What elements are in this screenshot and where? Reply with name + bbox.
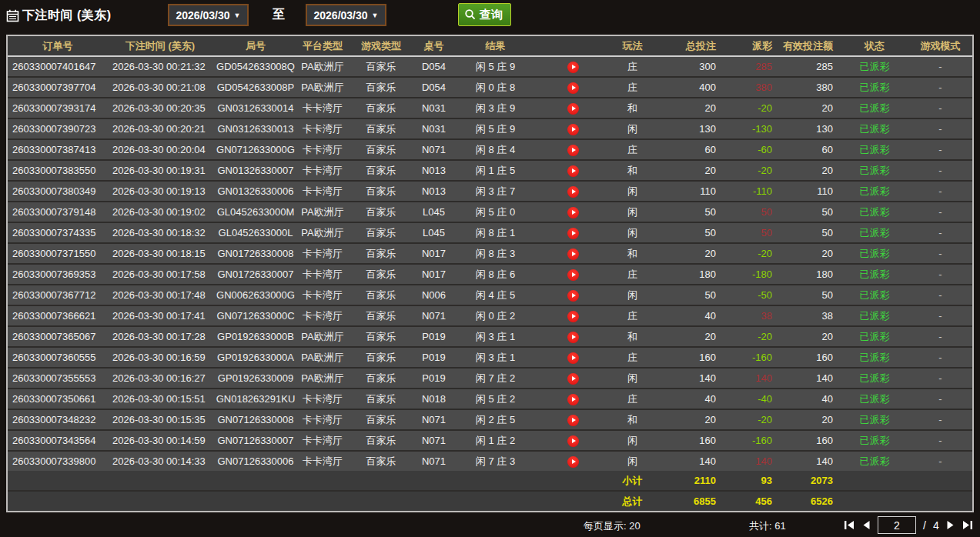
page-size-label: 每页显示: [584, 520, 627, 532]
play-video-icon[interactable] [567, 394, 579, 405]
payout: 50 [724, 222, 780, 243]
play-video-icon[interactable] [567, 269, 579, 281]
prev-page-button[interactable] [862, 520, 871, 530]
game-mode: - [908, 451, 972, 471]
round-id: GN07126330008 [212, 409, 299, 430]
grand-total-payout: 456 [724, 491, 780, 511]
play-video-icon[interactable] [567, 311, 579, 322]
play-video-icon[interactable] [567, 435, 579, 447]
play-video-icon[interactable] [567, 207, 579, 218]
bet-time: 2026-03-30 00:17:41 [108, 305, 212, 326]
total-bet: 110 [658, 181, 724, 202]
total-bet: 130 [658, 118, 724, 139]
bet-time: 2026-03-30 00:20:04 [108, 139, 212, 160]
round-id: GL0452633000M [212, 202, 299, 222]
payout: -160 [724, 430, 780, 451]
bet-type: 庄 [607, 56, 658, 77]
bet-type: 庄 [607, 77, 658, 98]
order-id: 260330007397704 [8, 77, 108, 98]
table-number: N031 [416, 118, 452, 139]
replay-cell [539, 139, 607, 160]
game-type: 百家乐 [346, 451, 416, 471]
game-type: 百家乐 [346, 389, 416, 409]
table-number: N071 [416, 305, 452, 326]
play-video-icon[interactable] [567, 290, 579, 302]
table-number: P019 [416, 368, 452, 389]
table-number: N071 [416, 451, 452, 471]
to-label: 至 [273, 7, 285, 23]
game-mode: - [908, 56, 972, 77]
valid-bet: 20 [780, 243, 841, 264]
game-mode: - [908, 389, 972, 409]
bet-type: 和 [607, 98, 658, 118]
platform-type: 卡卡湾厅 [299, 98, 346, 118]
play-video-icon[interactable] [567, 352, 579, 364]
play-video-icon[interactable] [567, 124, 579, 135]
valid-bet: 380 [780, 77, 841, 98]
page-size-value: 20 [629, 520, 640, 532]
replay-cell [539, 181, 607, 202]
total-bet: 40 [658, 389, 724, 409]
total-bet: 60 [658, 139, 724, 160]
bet-type: 闲 [607, 181, 658, 202]
next-page-button[interactable] [946, 520, 955, 530]
status-badge: 已派彩 [841, 326, 908, 347]
order-id: 260330007360555 [8, 347, 108, 368]
play-video-icon[interactable] [567, 228, 579, 239]
platform-type: PA欧洲厅 [299, 368, 346, 389]
valid-bet: 160 [780, 430, 841, 451]
play-video-icon[interactable] [567, 456, 579, 468]
play-video-icon[interactable] [567, 145, 579, 156]
game-type: 百家乐 [346, 56, 416, 77]
first-page-button[interactable] [844, 520, 855, 530]
round-id: GN018263291KU [212, 389, 299, 409]
game-type: 百家乐 [346, 160, 416, 181]
play-video-icon[interactable] [567, 415, 579, 426]
bet-time: 2026-03-30 00:18:15 [108, 243, 212, 264]
game-type: 百家乐 [346, 77, 416, 98]
replay-cell [539, 202, 607, 222]
bet-time: 2026-03-30 00:15:51 [108, 389, 212, 409]
col-header-table: 桌号 [416, 36, 452, 56]
play-video-icon[interactable] [567, 62, 579, 73]
play-video-icon[interactable] [567, 165, 579, 177]
table-row: 260330007366621 2026-03-30 00:17:41 GN07… [8, 305, 972, 326]
play-video-icon[interactable] [567, 103, 579, 115]
bet-time: 2026-03-30 00:17:48 [108, 285, 212, 305]
round-id: GN01726330008 [212, 243, 299, 264]
result: 闲 3 庄 9 [452, 98, 539, 118]
play-video-icon[interactable] [567, 82, 579, 94]
round-id: GN01326330007 [212, 160, 299, 181]
date-to-select[interactable]: 2026/03/30 ▼ [306, 4, 386, 26]
order-id: 260330007393174 [8, 98, 108, 118]
date-from-select[interactable]: 2026/03/30 ▼ [168, 4, 249, 26]
replay-cell [539, 305, 607, 326]
last-page-button[interactable] [962, 520, 973, 530]
page-number-input[interactable] [878, 516, 916, 534]
play-video-icon[interactable] [567, 186, 579, 198]
status-badge: 已派彩 [841, 139, 908, 160]
valid-bet: 140 [780, 368, 841, 389]
play-video-icon[interactable] [567, 373, 579, 385]
table-number: L045 [416, 202, 452, 222]
total-bet: 160 [658, 430, 724, 451]
result: 闲 3 庄 1 [452, 347, 539, 368]
table-row: 260330007379148 2026-03-30 00:19:02 GL04… [8, 202, 972, 222]
search-button[interactable]: 查询 [458, 3, 511, 26]
platform-type: 卡卡湾厅 [299, 389, 346, 409]
status-badge: 已派彩 [841, 181, 908, 202]
status-badge: 已派彩 [841, 389, 908, 409]
total-bet: 50 [658, 222, 724, 243]
round-id: GN03126330014 [212, 98, 299, 118]
play-video-icon[interactable] [567, 248, 579, 260]
pager: / 4 [844, 516, 973, 534]
bet-type: 闲 [607, 222, 658, 243]
bet-time: 2026-03-30 00:17:58 [108, 264, 212, 285]
bet-type: 闲 [607, 430, 658, 451]
table-number: D054 [416, 56, 452, 77]
table-row: 260330007387413 2026-03-30 00:20:04 GN07… [8, 139, 972, 160]
total-bet: 20 [658, 243, 724, 264]
valid-bet: 20 [780, 326, 841, 347]
play-video-icon[interactable] [567, 332, 579, 343]
col-header-platform: 平台类型 [299, 36, 346, 56]
